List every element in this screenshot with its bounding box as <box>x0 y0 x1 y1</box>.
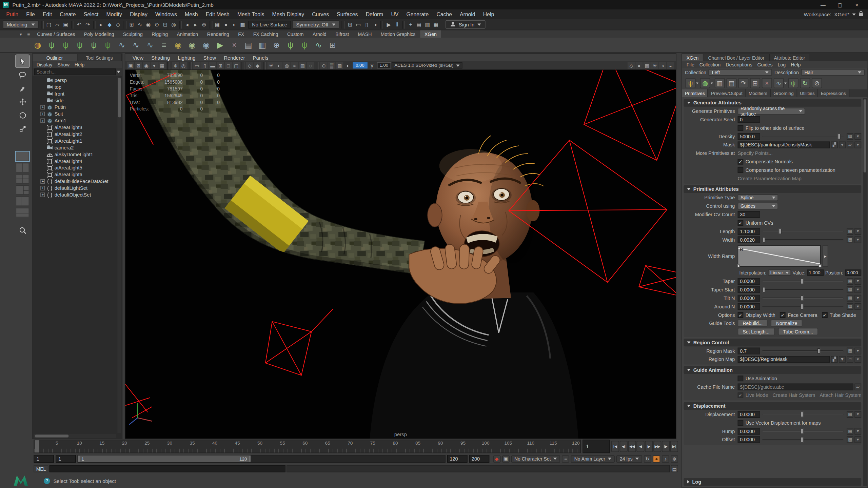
outliner-item-front[interactable]: front <box>33 90 117 97</box>
use-all-lights-icon[interactable]: ☀ <box>651 62 658 69</box>
outliner-menu-display[interactable]: Display <box>34 62 55 67</box>
taper-field[interactable]: 0.0000 <box>738 278 760 284</box>
select-component-mode-icon[interactable]: ◇ <box>114 20 122 29</box>
wireframe-on-shaded-icon[interactable]: ▧ <box>336 62 343 69</box>
menu-mesh-display[interactable]: Mesh Display <box>268 11 308 17</box>
map-button-icon[interactable]: ▦ <box>847 436 853 443</box>
xgen-width-brush-icon[interactable]: ◉ <box>200 39 212 51</box>
map-button-icon[interactable]: ▦ <box>847 278 853 284</box>
range-slider-bar[interactable]: 1 120 <box>78 455 250 462</box>
display-width-checkbox[interactable]: ✓ <box>738 312 744 318</box>
map-options-icon[interactable]: ▾ <box>854 356 861 363</box>
field-chart-icon[interactable]: ⊞ <box>217 62 224 69</box>
xgen-open-collection-icon[interactable]: ◍ <box>32 39 44 51</box>
textured-mode-icon[interactable]: ▩ <box>643 62 651 69</box>
mel-input[interactable] <box>50 465 285 472</box>
menu-deform[interactable]: Deform <box>362 11 387 17</box>
xgen-place-guides-icon[interactable]: ∿ <box>116 39 128 51</box>
workspace-selector[interactable]: Workspace: XGen* <box>804 11 866 18</box>
collection-dropdown[interactable]: Left <box>709 69 772 76</box>
outliner-item-aiarealight4[interactable]: aiAreaLight4 <box>33 158 117 165</box>
search-input[interactable] <box>34 68 116 75</box>
animation-start-field[interactable]: 1 <box>34 455 54 463</box>
specify-points-button[interactable]: Specify Points... <box>738 150 773 156</box>
shelf-tab-rendering[interactable]: Rendering <box>202 30 234 38</box>
current-frame-field[interactable]: 1 <box>583 440 610 453</box>
ramp-value-field[interactable]: 1.000 <box>807 269 824 276</box>
primitive-type-dropdown[interactable]: Spline <box>738 194 778 201</box>
maximize-button[interactable]: ▢ <box>831 0 848 9</box>
viewport-menu-renderer[interactable]: Renderer <box>220 55 249 61</box>
region-mask-field[interactable]: 0.7 <box>738 347 760 354</box>
shelf-tab-xgen[interactable]: XGen <box>420 30 441 38</box>
xgen-create-description-icon[interactable]: ψ <box>45 39 58 51</box>
show-manipulator-icon[interactable]: + <box>407 20 415 29</box>
toggle-film-gate-icon[interactable]: ▭ <box>354 20 363 29</box>
step-forward-key-button[interactable]: ▶▶ <box>653 441 661 452</box>
animation-end-field[interactable]: 200 <box>469 455 489 463</box>
mask-field[interactable]: ${DESC}/paintmaps/DensityMask <box>738 141 830 148</box>
xgen-scrollbar[interactable] <box>863 98 867 486</box>
tilt-n-field[interactable]: 0.0000 <box>738 294 760 301</box>
interpolation-dropdown[interactable]: Linear <box>768 269 791 276</box>
open-render-view-icon[interactable]: ▦ <box>213 20 222 29</box>
anim-layer-dropdown[interactable]: No Anim Layer <box>571 455 615 463</box>
compensate-for-uneven-parameterization-checkbox[interactable] <box>738 167 744 173</box>
slider-handle[interactable] <box>800 278 803 284</box>
render-current-frame-icon[interactable]: ● <box>222 20 230 29</box>
paint-select-tool[interactable] <box>16 82 29 94</box>
displacement-section-header[interactable]: Displacement <box>684 402 862 410</box>
oversampling-icon[interactable]: ◎ <box>180 62 187 69</box>
layout-two-pane-button[interactable] <box>16 163 29 172</box>
modifier-cv-count-field[interactable]: 30 <box>738 211 760 218</box>
face-camera-checkbox[interactable]: ✓ <box>780 312 786 318</box>
slider-handle[interactable] <box>800 436 803 442</box>
go-to-end-button[interactable]: ▶| <box>670 441 678 452</box>
live-surface-field[interactable]: No Live Surface <box>248 20 291 28</box>
outliner-item-arm1[interactable]: +Arm1 <box>33 117 117 124</box>
viewport-renderer-icon[interactable]: ◒ <box>667 62 674 69</box>
frame-all-icon[interactable]: ◇ <box>246 62 254 69</box>
xgen-create-new-collection-icon[interactable]: ◍ <box>700 78 710 88</box>
xgen-tab-grooming[interactable]: Grooming <box>771 89 797 97</box>
region-mask-slider[interactable] <box>763 347 844 354</box>
close-button[interactable]: × <box>848 0 865 9</box>
viewport-menu-view[interactable]: View <box>129 55 147 61</box>
xgen-tab-expressions[interactable]: Expressions <box>818 89 849 97</box>
xgen-comb-guides-icon[interactable]: ∿ <box>130 39 142 51</box>
menu-windows[interactable]: Windows <box>151 11 181 17</box>
channel-box-toggle-icon[interactable]: ▦ <box>432 20 440 29</box>
menu-edit[interactable]: Edit <box>39 11 56 17</box>
map-button-icon[interactable]: ▦ <box>847 347 853 354</box>
length-slider[interactable] <box>763 228 844 235</box>
default-lighting-icon[interactable]: ◑ <box>371 20 379 29</box>
go-to-start-button[interactable]: |◀ <box>611 441 619 452</box>
shelf-tab-arnold[interactable]: Arnold <box>308 30 331 38</box>
xgen-density-brush-icon[interactable]: ◉ <box>172 39 184 51</box>
anti-aliasing-icon[interactable]: ▨ <box>299 62 307 69</box>
xgen-disable-preview-icon[interactable]: ⊘ <box>812 78 822 88</box>
viewport-menu-show[interactable]: Show <box>199 55 220 61</box>
lock-camera-icon[interactable]: ⊠ <box>135 62 142 69</box>
outliner-item-aiarealight3[interactable]: aiAreaLight3 <box>33 124 117 131</box>
menu-modify[interactable]: Modify <box>102 11 126 17</box>
gamma-icon[interactable]: γ <box>368 61 376 70</box>
outliner-item-top[interactable]: top <box>33 84 117 90</box>
tube-groom-button[interactable]: Tube Groom... <box>778 328 818 336</box>
snap-to-point-icon[interactable]: ◉ <box>144 20 153 29</box>
menu-putin[interactable]: Putin <box>2 11 22 17</box>
xgen-menu-help[interactable]: Help <box>789 62 803 67</box>
tilt-n-slider[interactable] <box>763 294 844 301</box>
xgen-export-patches-icon[interactable]: ▤ <box>242 39 254 51</box>
playback-start-field[interactable]: 1 <box>56 455 76 463</box>
shelf-tab-curves-surfaces[interactable]: Curves / Surfaces <box>33 30 79 38</box>
map-button-icon[interactable]: ▦ <box>847 303 853 310</box>
ramp-position-field[interactable]: 0.000 <box>845 269 861 276</box>
pause-viewport-icon[interactable]: ‖ <box>393 20 401 29</box>
xgen-grass-preset-icon[interactable]: ψ <box>60 39 72 51</box>
xgen-menu-guides[interactable]: Guides <box>755 62 775 67</box>
menu-create[interactable]: Create <box>56 11 80 17</box>
layout-three-split-button[interactable] <box>16 185 29 195</box>
undo-icon[interactable]: ↶ <box>75 20 83 29</box>
map-button-icon[interactable]: ▦ <box>847 236 853 243</box>
